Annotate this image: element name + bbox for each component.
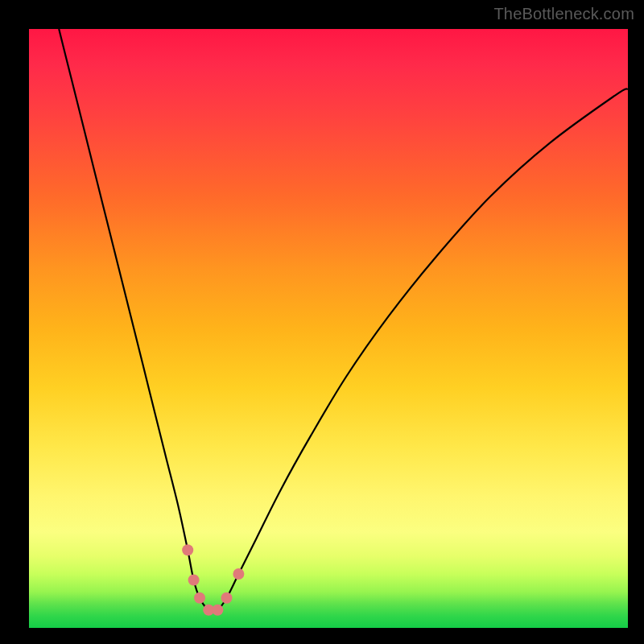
chart-plot-area [29, 29, 628, 628]
chart-frame: TheBottleneck.com [0, 0, 644, 644]
curve-marker [221, 592, 233, 604]
chart-svg [29, 29, 628, 628]
watermark-text: TheBottleneck.com [493, 5, 634, 23]
bottleneck-curve-path [59, 29, 628, 612]
curve-marker [212, 605, 223, 616]
curve-marker [182, 544, 193, 555]
curve-marker [194, 592, 205, 604]
curve-marker [233, 568, 244, 580]
curve-marker [188, 575, 200, 586]
